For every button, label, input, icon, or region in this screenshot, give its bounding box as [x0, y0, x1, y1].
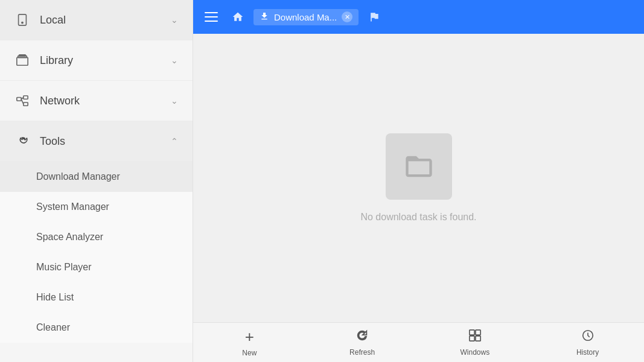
- history-button[interactable]: History: [531, 323, 644, 362]
- tools-chevron: ⌃: [171, 136, 178, 146]
- new-label: New: [242, 349, 257, 357]
- sidebar-subitem-space-analyzer[interactable]: Space Analyzer: [0, 222, 193, 252]
- history-label: History: [576, 348, 599, 357]
- sidebar-item-local-label: Local: [40, 14, 66, 27]
- new-icon: +: [245, 328, 254, 346]
- sidebar-subitem-music-player[interactable]: Music Player: [0, 252, 193, 282]
- windows-icon: [468, 329, 482, 346]
- sidebar-item-tools[interactable]: Tools ⌃: [0, 121, 193, 162]
- sidebar-item-network[interactable]: Network ⌄: [0, 81, 193, 121]
- sidebar-subitem-cleaner[interactable]: Cleaner: [0, 313, 193, 343]
- sidebar-subitem-music-player-label: Music Player: [36, 262, 92, 272]
- sidebar-subitem-hide-list-label: Hide List: [36, 292, 74, 302]
- svg-line-9: [21, 99, 24, 104]
- sidebar-item-library-label: Library: [40, 54, 73, 67]
- refresh-icon: [355, 329, 369, 346]
- sidebar-subitem-system-manager-label: System Manager: [36, 202, 109, 212]
- menu-button[interactable]: [200, 6, 222, 28]
- sidebar-item-tools-label: Tools: [40, 135, 65, 148]
- svg-rect-4: [19, 55, 26, 56]
- home-button[interactable]: [228, 7, 247, 27]
- sidebar: Local ⌄ Library ⌄: [0, 0, 193, 362]
- svg-rect-13: [476, 335, 480, 340]
- library-chevron: ⌄: [171, 56, 178, 65]
- svg-rect-5: [17, 98, 21, 101]
- windows-label: Windows: [461, 348, 490, 357]
- sidebar-item-local[interactable]: Local ⌄: [0, 0, 193, 40]
- svg-rect-11: [476, 329, 480, 334]
- tools-icon: [14, 133, 30, 149]
- tab-close-button[interactable]: ✕: [342, 11, 352, 22]
- svg-rect-2: [17, 57, 28, 65]
- local-icon: [14, 12, 30, 28]
- download-manager-tab[interactable]: Download Ma... ✕: [253, 9, 359, 25]
- sidebar-item-network-label: Network: [40, 95, 80, 107]
- flag-button[interactable]: [365, 7, 384, 27]
- main-panel: Download Ma... ✕ No download task is fou…: [193, 0, 644, 362]
- history-icon: [581, 329, 595, 346]
- network-icon: [14, 93, 30, 109]
- library-icon: [14, 52, 30, 68]
- sidebar-subitem-download-manager-label: Download Manager: [36, 171, 120, 182]
- refresh-button[interactable]: Refresh: [306, 323, 419, 362]
- windows-button[interactable]: Windows: [419, 323, 532, 362]
- sidebar-subitem-hide-list[interactable]: Hide List: [0, 282, 193, 313]
- bottombar: + New Refresh Windows: [193, 322, 644, 362]
- svg-point-1: [22, 22, 23, 23]
- network-chevron: ⌄: [171, 96, 178, 106]
- svg-rect-7: [24, 103, 28, 106]
- empty-folder-icon: [386, 133, 452, 200]
- empty-message: No download task is found.: [360, 212, 476, 223]
- topbar: Download Ma... ✕: [193, 0, 644, 34]
- sidebar-subitem-space-analyzer-label: Space Analyzer: [36, 232, 103, 242]
- sidebar-subitem-cleaner-label: Cleaner: [36, 322, 70, 332]
- download-manager-tab-label: Download Ma...: [274, 12, 337, 22]
- content-area: No download task is found.: [193, 34, 644, 322]
- svg-rect-10: [470, 329, 474, 334]
- local-chevron: ⌄: [171, 15, 178, 25]
- sidebar-subitem-system-manager[interactable]: System Manager: [0, 192, 193, 222]
- download-tab-icon: [260, 11, 269, 23]
- svg-rect-6: [24, 96, 28, 100]
- sidebar-item-library[interactable]: Library ⌄: [0, 40, 193, 81]
- refresh-label: Refresh: [349, 348, 375, 357]
- new-button[interactable]: + New: [193, 323, 306, 362]
- svg-rect-12: [470, 335, 474, 340]
- sidebar-subitem-download-manager[interactable]: Download Manager: [0, 162, 193, 192]
